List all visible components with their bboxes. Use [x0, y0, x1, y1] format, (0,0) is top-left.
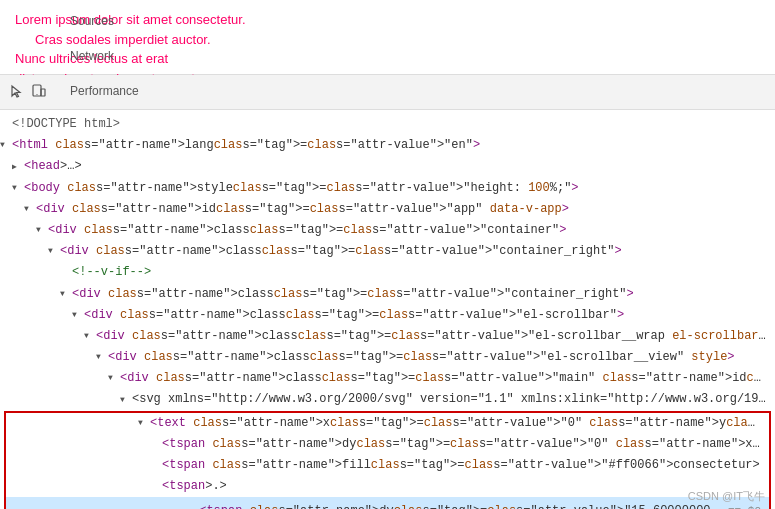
tree-triangle[interactable]: [0, 139, 12, 152]
dom-line[interactable]: <!DOCTYPE html>: [0, 114, 775, 135]
dom-line[interactable]: ...<tspan class="attr-name">dyclass="tag…: [6, 497, 769, 509]
dom-line[interactable]: <head>…>: [0, 156, 775, 177]
dom-line[interactable]: <div class="attr-name">classclass="tag">…: [0, 326, 775, 347]
dom-line-content: <head>…>: [24, 157, 767, 176]
tree-triangle[interactable]: [138, 417, 150, 430]
dom-line[interactable]: <svg xmlns="http://www.w3.org/2000/svg" …: [0, 389, 775, 410]
dom-line-content: <tspan class="attr-name">dyclass="tag">=…: [162, 435, 761, 454]
dom-line[interactable]: <!--v-if-->: [0, 262, 775, 283]
dom-line-content: <tspan class="attr-name">dyclass="tag">=…: [199, 502, 720, 509]
tab-performance[interactable]: Performance: [58, 75, 151, 110]
highlighted-element: <text class="attr-name">xclass="tag">=cl…: [4, 411, 771, 509]
dom-line[interactable]: <div class="attr-name">classclass="tag">…: [0, 241, 775, 262]
dom-line[interactable]: <body class="attr-name">styleclass="tag"…: [0, 178, 775, 199]
dom-line[interactable]: <div class="attr-name">classclass="tag">…: [0, 284, 775, 305]
toolbar-icons: [8, 83, 48, 101]
cursor-icon[interactable]: [8, 83, 26, 101]
dom-line[interactable]: <div class="attr-name">idclass="tag">=cl…: [0, 199, 775, 220]
dom-line-content: <div class="attr-name">classclass="tag">…: [60, 242, 767, 261]
dom-line[interactable]: <tspan class="attr-name">fillclass="tag"…: [6, 455, 769, 476]
dom-line-content: <svg xmlns="http://www.w3.org/2000/svg" …: [132, 390, 767, 409]
watermark: CSDN @IT飞牛: [688, 489, 765, 504]
dom-line[interactable]: <div class="attr-name">classclass="tag">…: [0, 305, 775, 326]
tree-triangle[interactable]: [108, 372, 120, 385]
context-menu-dots[interactable]: ...: [162, 498, 199, 509]
dom-line[interactable]: <div class="attr-name">classclass="tag">…: [0, 220, 775, 241]
tree-triangle[interactable]: [12, 161, 24, 174]
dom-line-content: <!DOCTYPE html>: [12, 115, 767, 134]
dom-line-content: <!--v-if-->: [72, 263, 767, 282]
dom-line-content: <div class="attr-name">classclass="tag">…: [48, 221, 767, 240]
dom-line[interactable]: <text class="attr-name">xclass="tag">=cl…: [6, 413, 769, 434]
tree-triangle[interactable]: [72, 309, 84, 322]
svg-point-2: [36, 94, 37, 95]
dom-line-content: <div class="attr-name">classclass="tag">…: [108, 348, 767, 367]
dom-line[interactable]: <div class="attr-name">classclass="tag">…: [0, 347, 775, 368]
dom-panel[interactable]: <!DOCTYPE html><html class="attr-name">l…: [0, 110, 775, 509]
tree-triangle[interactable]: [36, 224, 48, 237]
tab-network[interactable]: Network: [58, 40, 151, 75]
dom-line-content: <div class="attr-name">classclass="tag">…: [84, 306, 767, 325]
toolbar: ElementsConsoleSourcesNetworkPerformance…: [0, 75, 775, 110]
dom-line[interactable]: <tspan class="attr-name">dyclass="tag">=…: [6, 434, 769, 455]
dom-line-content: <div class="attr-name">classclass="tag">…: [72, 285, 767, 304]
devtools-panel: ElementsConsoleSourcesNetworkPerformance…: [0, 75, 775, 509]
dom-line-content: <div class="attr-name">classclass="tag">…: [96, 327, 767, 346]
dom-line-content: <html class="attr-name">langclass="tag">…: [12, 136, 767, 155]
device-toggle-icon[interactable]: [30, 83, 48, 101]
dom-line-content: <text class="attr-name">xclass="tag">=cl…: [150, 414, 761, 433]
tab-sources[interactable]: Sources: [58, 5, 151, 40]
dom-line[interactable]: <tspan>.>: [6, 476, 769, 497]
dom-line-content: <tspan>.>: [162, 477, 761, 496]
dom-line-content: <div class="attr-name">idclass="tag">=cl…: [36, 200, 767, 219]
tree-triangle[interactable]: [24, 203, 36, 216]
tree-triangle[interactable]: [48, 245, 60, 258]
tree-triangle[interactable]: [96, 351, 108, 364]
dom-line[interactable]: <div class="attr-name">classclass="tag">…: [0, 368, 775, 389]
tree-triangle[interactable]: [12, 182, 24, 195]
dom-line-content: <tspan class="attr-name">fillclass="tag"…: [162, 456, 761, 475]
tree-triangle[interactable]: [120, 394, 132, 407]
dom-line-content: <body class="attr-name">styleclass="tag"…: [24, 179, 767, 198]
svg-rect-1: [41, 89, 45, 96]
tree-triangle[interactable]: [84, 330, 96, 343]
tree-triangle[interactable]: [60, 288, 72, 301]
dom-line[interactable]: <html class="attr-name">langclass="tag">…: [0, 135, 775, 156]
dom-line-content: <div class="attr-name">classclass="tag">…: [120, 369, 767, 388]
